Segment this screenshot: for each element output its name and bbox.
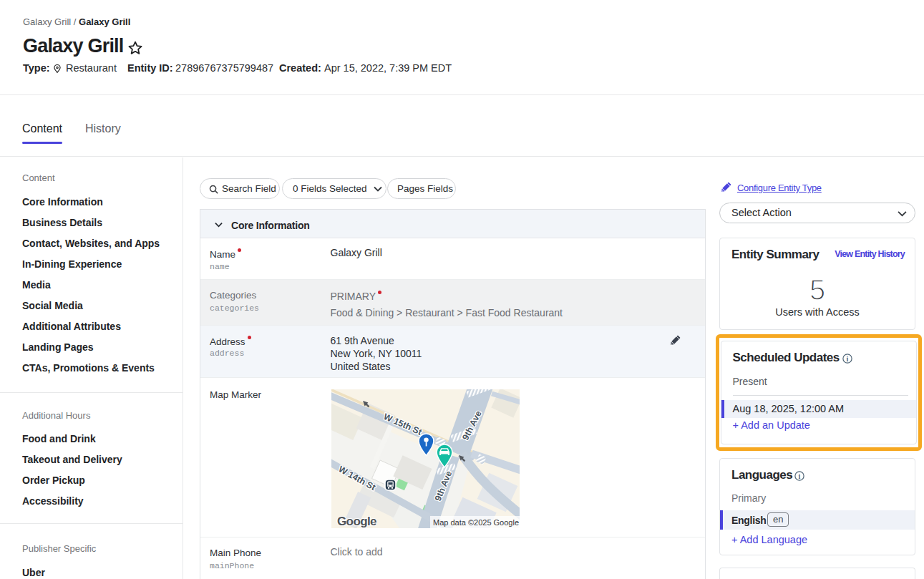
svg-text:i: i [799, 472, 801, 480]
svg-text:i: i [846, 355, 848, 363]
svg-text:Map data ©2025 Google: Map data ©2025 Google [433, 518, 519, 527]
svg-text:Google: Google [337, 515, 376, 528]
